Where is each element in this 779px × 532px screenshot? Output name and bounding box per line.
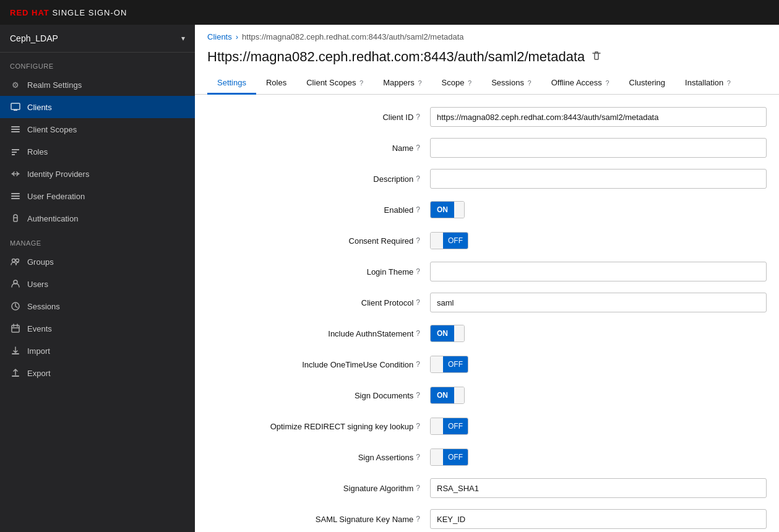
saml-signature-key-name-input[interactable] [430, 509, 767, 529]
signature-algorithm-help-icon[interactable]: ? [416, 484, 420, 492]
tab-installation[interactable]: Installation ? [675, 72, 741, 95]
include-authn-help-icon[interactable]: ? [416, 329, 420, 338]
saml-signature-key-name-help-icon[interactable]: ? [416, 515, 420, 523]
sidebar-item-clients[interactable]: Clients [0, 96, 195, 118]
client-protocol-help-icon[interactable]: ? [416, 298, 420, 307]
consent-required-toggle[interactable]: OFF [430, 232, 468, 249]
toggle-off-label [454, 325, 464, 341]
realm-name: Ceph_LDAP [10, 33, 58, 43]
signature-algorithm-input[interactable] [430, 478, 767, 498]
sign-assertions-label: Sign Assertions ? [207, 453, 430, 462]
sidebar-item-label: Export [27, 369, 51, 378]
sidebar-item-authentication[interactable]: Authentication [0, 207, 195, 230]
sidebar-item-realm-settings[interactable]: ⚙ Realm Settings [0, 74, 195, 96]
toggle-on-label [431, 449, 443, 465]
consent-help-icon[interactable]: ? [416, 236, 420, 245]
import-icon [10, 345, 21, 356]
sidebar-item-label: Clients [27, 103, 52, 112]
breadcrumb-clients-link[interactable]: Clients [207, 32, 232, 41]
events-icon [10, 323, 21, 334]
svg-point-10 [16, 259, 19, 262]
toggle-on-label: ON [431, 202, 454, 218]
clients-icon [10, 101, 21, 113]
roles-icon [10, 146, 21, 157]
name-help-icon[interactable]: ? [416, 144, 420, 152]
client-protocol-label: Client Protocol ? [207, 298, 430, 307]
main-content: Clients › https://magna082.ceph.redhat.c… [195, 25, 779, 532]
tab-mappers[interactable]: Mappers ? [373, 72, 431, 95]
optimize-redirect-toggle[interactable]: OFF [430, 418, 468, 435]
realm-selector[interactable]: Ceph_LDAP ▾ [0, 25, 195, 53]
sign-documents-toggle[interactable]: ON [430, 387, 465, 404]
include-authn-label: Include AuthnStatement ? [207, 329, 430, 338]
sidebar-item-label: Realm Settings [27, 80, 82, 90]
sign-assertions-toggle[interactable]: OFF [430, 448, 468, 466]
client-id-help-icon[interactable]: ? [416, 113, 420, 121]
sidebar-item-events[interactable]: Events [0, 317, 195, 340]
enabled-label: Enabled ? [207, 205, 430, 215]
login-theme-help-icon[interactable]: ? [416, 267, 420, 276]
sidebar-item-user-federation[interactable]: User Federation [0, 185, 195, 207]
description-help-icon[interactable]: ? [416, 174, 420, 183]
optimize-redirect-row: Optimize REDIRECT signing key lookup ? O… [207, 416, 767, 436]
tab-settings[interactable]: Settings [207, 72, 256, 95]
configure-section-label: Configure [0, 53, 195, 74]
saml-signature-key-name-label: SAML Signature Key Name ? [207, 515, 430, 524]
sidebar-item-label: Authentication [27, 214, 78, 223]
include-onetimeuse-help-icon[interactable]: ? [416, 360, 420, 369]
sign-assertions-row: Sign Assertions ? OFF [207, 447, 767, 467]
sidebar-item-roles[interactable]: Roles [0, 140, 195, 163]
user-federation-icon [10, 191, 21, 202]
svg-rect-5 [11, 193, 20, 194]
tab-sessions[interactable]: Sessions ? [481, 72, 541, 95]
sidebar-item-users[interactable]: Users [0, 273, 195, 295]
delete-client-button[interactable] [591, 50, 602, 64]
include-onetimeuse-label: Include OneTimeUse Condition ? [207, 360, 430, 369]
optimize-redirect-help-icon[interactable]: ? [416, 422, 420, 431]
client-id-input[interactable] [430, 107, 767, 127]
svg-rect-13 [12, 325, 19, 332]
tab-clustering[interactable]: Clustering [619, 72, 676, 95]
sidebar-item-sessions[interactable]: Sessions [0, 295, 195, 317]
sidebar-item-client-scopes[interactable]: Client Scopes [0, 118, 195, 140]
groups-icon [10, 256, 21, 267]
tab-offline-access[interactable]: Offline Access ? [541, 72, 619, 95]
enabled-toggle[interactable]: ON [430, 201, 465, 218]
include-authn-toggle[interactable]: ON [430, 325, 465, 342]
tab-roles[interactable]: Roles [256, 72, 296, 95]
description-input[interactable] [430, 169, 767, 189]
breadcrumb: Clients › https://magna082.ceph.redhat.c… [195, 25, 779, 45]
signature-algorithm-row: Signature Algorithm ? [207, 478, 767, 498]
client-id-label: Client ID ? [207, 113, 430, 122]
svg-rect-6 [11, 195, 20, 197]
svg-rect-7 [11, 198, 20, 199]
toggle-off-label: OFF [443, 233, 468, 249]
description-label: Description ? [207, 174, 430, 184]
sign-documents-help-icon[interactable]: ? [416, 391, 420, 400]
toggle-off-label [454, 202, 464, 218]
include-onetimeuse-toggle[interactable]: OFF [430, 356, 468, 373]
sidebar-item-groups[interactable]: Groups [0, 251, 195, 273]
users-icon [10, 278, 21, 290]
svg-rect-8 [14, 218, 17, 221]
sign-assertions-help-icon[interactable]: ? [416, 453, 420, 461]
tab-scope[interactable]: Scope ? [432, 72, 482, 95]
toggle-on-label [431, 233, 443, 249]
page-title-row: Https://magna082.ceph.redhat.com:8443/au… [195, 45, 779, 72]
enabled-help-icon[interactable]: ? [416, 205, 420, 214]
toggle-on-label: ON [431, 387, 454, 403]
name-row: Name ? [207, 138, 767, 158]
client-protocol-input[interactable] [430, 293, 767, 312]
tab-client-scopes[interactable]: Client Scopes ? [296, 72, 373, 95]
login-theme-input[interactable] [430, 262, 767, 281]
sidebar-item-import[interactable]: Import [0, 340, 195, 362]
tab-help-icon: ? [528, 79, 532, 87]
include-onetimeuse-row: Include OneTimeUse Condition ? OFF [207, 354, 767, 374]
svg-rect-3 [11, 129, 20, 130]
topnav: RED HAT SINGLE SIGN-ON [0, 0, 779, 25]
tab-help-icon: ? [418, 79, 421, 87]
sidebar-item-export[interactable]: Export [0, 362, 195, 384]
name-input[interactable] [430, 138, 767, 158]
sidebar-item-label: Sessions [27, 302, 60, 311]
sidebar-item-identity-providers[interactable]: Identity Providers [0, 163, 195, 185]
